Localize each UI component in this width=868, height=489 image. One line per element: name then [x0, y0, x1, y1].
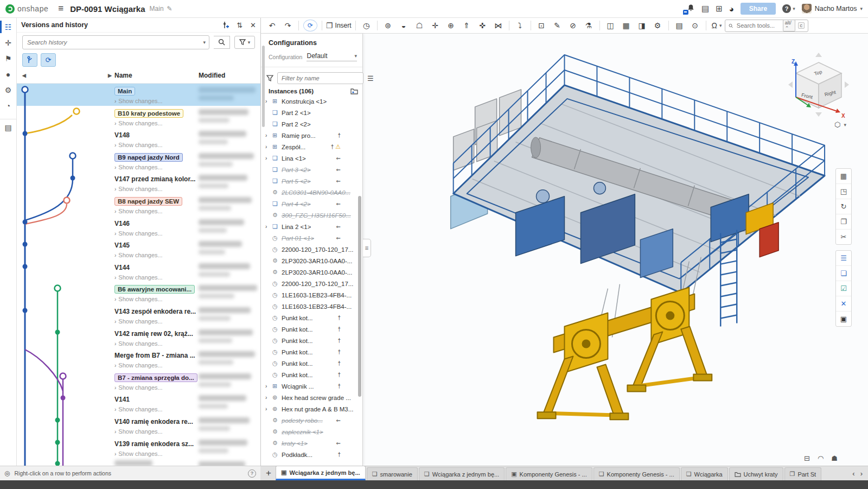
create-version-icon[interactable]: ✛	[0, 35, 16, 50]
instance-row[interactable]: ◷Punkt kot...†	[261, 323, 362, 335]
revision-history-icon[interactable]: ◷	[359, 19, 374, 32]
ar-view-icon[interactable]: ◠	[818, 454, 824, 462]
tabs-prev-icon[interactable]: ‹	[852, 469, 854, 478]
expand-icon[interactable]: ›	[265, 383, 272, 389]
instance-row[interactable]: ❏Part 2 <1>	[261, 107, 362, 118]
instance-row[interactable]: ◷22000-120_170-120_17...	[261, 278, 362, 289]
history-filter-button[interactable]: ▾	[234, 36, 255, 49]
version-row[interactable]: V140 ramię enkodera re...›Show changes..…	[17, 414, 260, 436]
instance-filter-input[interactable]	[277, 72, 363, 84]
show-changes-link[interactable]: ›Show changes...	[114, 384, 197, 391]
release-notes-icon[interactable]: ▤	[701, 4, 709, 14]
version-row[interactable]: V146›Show changes...	[17, 216, 260, 238]
tool-search-input[interactable]	[736, 22, 780, 29]
show-changes-link[interactable]: ›Show changes...	[114, 208, 182, 214]
document-tab[interactable]: ❏Komponenty Genesis - ...	[593, 467, 680, 480]
configuration-select[interactable]: Default ▾	[307, 52, 357, 61]
search-button[interactable]	[214, 36, 230, 49]
explode-icon[interactable]: ⇑	[459, 19, 475, 32]
named-views-icon[interactable]: ◳	[836, 184, 851, 199]
named-positions-icon[interactable]: ◫	[603, 19, 618, 32]
instance-row[interactable]: ◷Punkt kot...†	[261, 312, 362, 323]
mate-connector-icon[interactable]: ⊚	[380, 19, 396, 32]
expand-icon[interactable]: ›	[265, 98, 272, 104]
menu-icon[interactable]: ≡	[58, 3, 63, 14]
show-changes-link[interactable]: ›Show changes...	[114, 274, 163, 281]
version-row[interactable]: V141›Show changes...	[17, 392, 260, 414]
expand-icon[interactable]: ›	[265, 406, 272, 412]
snap-mate-icon[interactable]: ⤵	[512, 19, 528, 32]
instance-row[interactable]: ❏Part 5 <2>⇐	[261, 175, 362, 187]
show-changes-link[interactable]: ›Show changes...	[114, 406, 163, 412]
share-button[interactable]: Share	[741, 3, 776, 15]
instance-row[interactable]: ◷22000-120_170-120_17...	[261, 244, 362, 255]
show-changes-link[interactable]: ›Show changes...	[114, 186, 195, 192]
show-changes-link[interactable]: ›Show changes...	[114, 428, 193, 435]
human-scale-icon[interactable]: ☗	[831, 454, 838, 462]
instance-row[interactable]: ›⊚Hex head screw grade ...	[261, 392, 362, 403]
drawing-icon[interactable]: ▤	[672, 19, 687, 32]
document-tab[interactable]: ❏Wciągarka z jednym bę...	[419, 467, 505, 480]
show-changes-link[interactable]: ›Show changes...	[114, 230, 163, 237]
show-changes-link[interactable]: ›Show changes...	[114, 98, 163, 104]
featurescript-icon[interactable]: ⚗	[581, 19, 597, 32]
instance-row[interactable]: ›⊞Wciągnik ...†	[261, 380, 362, 392]
version-row[interactable]: B9 napęd jazdy Nord›Show changes...	[17, 150, 260, 172]
learning-center-icon[interactable]: ◕	[729, 4, 734, 14]
instance-row[interactable]: ›⊞Ramię pro...†	[261, 130, 362, 141]
comments-icon[interactable]: ●	[0, 66, 16, 82]
collapse-graph-icon[interactable]: ◀	[22, 73, 26, 78]
status-help-icon[interactable]: ?	[248, 469, 256, 478]
instance-row[interactable]: ⚙kraty <1>⇐	[261, 437, 362, 449]
notifications-icon[interactable]	[687, 4, 695, 14]
configuration-icon[interactable]: ⚙	[650, 19, 666, 32]
help-caret-icon[interactable]: ▾	[793, 6, 795, 11]
instance-filter-icon[interactable]	[266, 75, 273, 81]
version-row[interactable]: Main›Show changes...	[17, 84, 260, 106]
branch-filter-toggle[interactable]	[22, 53, 37, 67]
version-row[interactable]: V143 zespół enkodera re...›Show changes.…	[17, 304, 260, 326]
show-changes-link[interactable]: ›Show changes...	[114, 252, 163, 258]
version-row[interactable]: B7 - zmiana sprzęgła do...›Show changes.…	[17, 370, 260, 392]
version-row[interactable]: V139 ramię enkodera sz...›Show changes..…	[17, 436, 260, 459]
version-row[interactable]: V148›Show changes...	[17, 128, 260, 150]
create-version-icon[interactable]	[222, 21, 229, 29]
instance-row[interactable]: ◷Punkt kot...†	[261, 358, 362, 369]
instance-row[interactable]: ›⊞Zespół...† ⚠	[261, 141, 362, 153]
show-changes-link[interactable]: ›Show changes...	[114, 450, 194, 457]
smart-mate-icon[interactable]: Ω▾	[709, 19, 725, 32]
action-history-icon[interactable]: ◔	[0, 98, 16, 113]
goto-folder-icon[interactable]	[350, 88, 358, 94]
expand-icon[interactable]: ›	[265, 224, 272, 230]
instance-row[interactable]: ◷Podkładk...†	[261, 449, 362, 460]
instance-row[interactable]: ◷Punkt kot...†	[261, 335, 362, 346]
mate-icon[interactable]: ◒	[396, 19, 412, 32]
search-dropdown-icon[interactable]: ▾	[200, 40, 209, 45]
properties-icon[interactable]: ▤	[0, 119, 16, 135]
show-changes-link[interactable]: ›Show changes...	[114, 340, 193, 347]
update-icon[interactable]: ⟳	[303, 20, 317, 31]
add-tab-button[interactable]: +	[261, 466, 276, 480]
tasks-panel-icon[interactable]: ☑	[836, 281, 851, 296]
excel-panel-icon[interactable]: ✕	[836, 296, 851, 312]
document-tab[interactable]: ❏smarowanie	[367, 467, 418, 480]
bom-icon[interactable]: ▦	[618, 19, 634, 32]
instance-row[interactable]: ❏Part 3 <2>⇐	[261, 164, 362, 175]
release-icon[interactable]: ⚑	[0, 50, 16, 66]
panel-collapse-handle[interactable]: ≣	[363, 239, 371, 257]
history-search-input[interactable]	[23, 39, 200, 46]
instance-row[interactable]: ⚙300_FZG_H3SH16F50...	[261, 209, 362, 221]
print-3d-icon[interactable]: ⊟	[804, 454, 810, 462]
instance-row[interactable]: ⚙2LC0301-4BN90-0AA0...	[261, 187, 362, 198]
move-icon[interactable]: ✜	[475, 19, 490, 32]
instance-row[interactable]: ›⊞Konstrukcja <1>	[261, 96, 362, 107]
show-changes-link[interactable]: ›Show changes...	[114, 142, 163, 148]
versions-history-icon[interactable]: ☷	[0, 19, 16, 35]
translate-icon[interactable]: ⊕	[443, 19, 459, 32]
insert-icon[interactable]: ❐Insert	[325, 19, 353, 32]
version-row[interactable]: B6 awaryjne mocowani...›Show changes...	[17, 282, 260, 304]
analytics-icon[interactable]: ⚙	[0, 82, 16, 98]
show-changes-link[interactable]: ›Show changes...	[114, 120, 183, 126]
view-cube-menu[interactable]: ⬡ ▾	[834, 120, 846, 129]
document-tab[interactable]: ▣Wciągarka z jednym bę...	[276, 466, 366, 480]
